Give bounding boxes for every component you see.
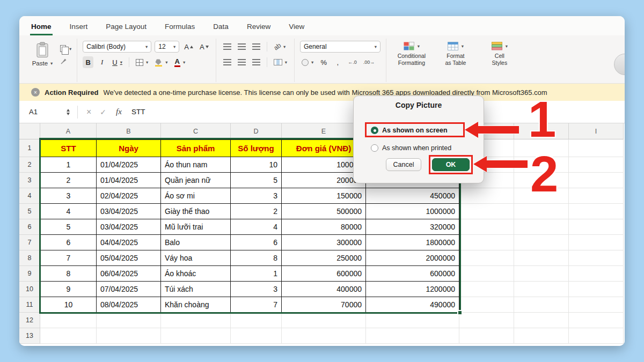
- cell-I6[interactable]: [569, 219, 624, 235]
- cell-I2[interactable]: [569, 157, 624, 173]
- row-header-3[interactable]: 3: [19, 173, 40, 188]
- cell-H13[interactable]: [514, 328, 569, 344]
- tab-page-layout[interactable]: Page Layout: [105, 18, 148, 35]
- underline-button[interactable]: U▾: [111, 56, 124, 68]
- cell-B4[interactable]: 02/04/2025: [97, 188, 161, 204]
- column-header-C[interactable]: C: [161, 123, 231, 139]
- row-header-1[interactable]: 1: [19, 139, 40, 157]
- cell-B11[interactable]: 08/04/2025: [97, 297, 161, 313]
- copy-button[interactable]: ▾: [60, 45, 71, 52]
- tab-review[interactable]: Review: [246, 18, 272, 35]
- row-header-12[interactable]: 12: [19, 313, 40, 328]
- cell-A12[interactable]: [40, 313, 97, 328]
- column-header-B[interactable]: B: [97, 123, 161, 139]
- cell-F5[interactable]: 1000000: [366, 204, 459, 219]
- font-color-button[interactable]: A▾: [173, 56, 187, 68]
- cell-C5[interactable]: Giày thể thao: [161, 204, 231, 219]
- tab-home[interactable]: Home: [30, 18, 53, 35]
- cell-A3[interactable]: 2: [40, 173, 97, 188]
- confirm-entry-icon[interactable]: ✓: [100, 108, 106, 116]
- cell-E10[interactable]: 400000: [282, 282, 366, 297]
- fill-handle[interactable]: [457, 310, 463, 315]
- cell-A8[interactable]: 7: [40, 250, 97, 266]
- cell-F9[interactable]: 600000: [366, 266, 459, 282]
- cell-A10[interactable]: 9: [40, 282, 97, 297]
- bold-button[interactable]: B: [83, 56, 93, 68]
- merge-center-button[interactable]: ▾: [272, 56, 289, 68]
- decrease-decimal-button[interactable]: .00→: [362, 56, 377, 68]
- cell-I11[interactable]: [569, 297, 624, 313]
- cell-B3[interactable]: 01/04/2025: [97, 173, 161, 188]
- format-painter-button[interactable]: [60, 57, 71, 64]
- tab-insert[interactable]: Insert: [69, 18, 89, 35]
- cell-D5[interactable]: 2: [231, 204, 282, 219]
- cell-I5[interactable]: [569, 204, 624, 219]
- cell-C7[interactable]: Balo: [161, 235, 231, 250]
- align-top-button[interactable]: [222, 41, 233, 53]
- decrease-font-size-button[interactable]: A: [198, 41, 210, 53]
- cell-C8[interactable]: Váy hoa: [161, 250, 231, 266]
- cell-E7[interactable]: 300000: [282, 235, 366, 250]
- cell-I7[interactable]: [569, 235, 624, 250]
- cell-D3[interactable]: 5: [231, 173, 282, 188]
- cell-B9[interactable]: 06/04/2025: [97, 266, 161, 282]
- cell-D2[interactable]: 10: [231, 157, 282, 173]
- cell-I9[interactable]: [569, 266, 624, 282]
- cell-C11[interactable]: Khăn choàng: [161, 297, 231, 313]
- cell-F13[interactable]: [366, 328, 459, 344]
- cell-D1[interactable]: Số lượng: [231, 139, 282, 157]
- column-header-D[interactable]: D: [231, 123, 282, 139]
- cell-G9[interactable]: [459, 266, 514, 282]
- cell-B6[interactable]: 03/04/2025: [97, 219, 161, 235]
- cell-E11[interactable]: 70000: [282, 297, 366, 313]
- number-format-select[interactable]: General▾: [300, 41, 380, 53]
- cell-E8[interactable]: 250000: [282, 250, 366, 266]
- cell-F7[interactable]: 1800000: [366, 235, 459, 250]
- cell-G7[interactable]: [459, 235, 514, 250]
- conditional-formatting-button[interactable]: ▾ ConditionalFormatting: [392, 40, 431, 66]
- cell-C4[interactable]: Áo sơ mi: [161, 188, 231, 204]
- cell-D9[interactable]: 1: [231, 266, 282, 282]
- tab-data[interactable]: Data: [212, 18, 230, 35]
- row-header-9[interactable]: 9: [19, 266, 40, 282]
- select-all-corner[interactable]: [19, 123, 40, 139]
- font-name-select[interactable]: Calibri (Body)▾: [83, 41, 151, 53]
- tab-formulas[interactable]: Formulas: [164, 18, 196, 35]
- orientation-button[interactable]: ab▾: [272, 41, 288, 53]
- cell-A9[interactable]: 8: [40, 266, 97, 282]
- cell-H7[interactable]: [514, 235, 569, 250]
- cell-C6[interactable]: Mũ lưỡi trai: [161, 219, 231, 235]
- cell-H12[interactable]: [514, 313, 569, 328]
- cell-H9[interactable]: [514, 266, 569, 282]
- cell-A11[interactable]: 10: [40, 297, 97, 313]
- cell-H6[interactable]: [514, 219, 569, 235]
- percent-style-button[interactable]: %: [318, 56, 329, 68]
- cell-E12[interactable]: [282, 313, 366, 328]
- cell-styles-button[interactable]: ▾ CellStyles: [480, 40, 519, 66]
- cell-G4[interactable]: [459, 188, 514, 204]
- row-header-13[interactable]: 13: [19, 328, 40, 344]
- cell-B10[interactable]: 07/04/2025: [97, 282, 161, 297]
- formula-content[interactable]: STT: [131, 108, 145, 116]
- cell-A6[interactable]: 5: [40, 219, 97, 235]
- cell-B1[interactable]: Ngày: [97, 139, 161, 157]
- cell-D6[interactable]: 4: [231, 219, 282, 235]
- cell-E5[interactable]: 500000: [282, 204, 366, 219]
- cell-B12[interactable]: [97, 313, 161, 328]
- cell-I13[interactable]: [569, 328, 624, 344]
- cell-C3[interactable]: Quần jean nữ: [161, 173, 231, 188]
- row-header-11[interactable]: 11: [19, 297, 40, 313]
- name-box[interactable]: A1: [19, 101, 73, 123]
- cancel-button[interactable]: Cancel: [386, 158, 421, 171]
- cell-G5[interactable]: [459, 204, 514, 219]
- cell-C12[interactable]: [161, 313, 231, 328]
- row-header-6[interactable]: 6: [19, 219, 40, 235]
- borders-button[interactable]: ▾: [134, 56, 150, 68]
- comma-style-button[interactable]: ,: [332, 56, 343, 68]
- column-header-I[interactable]: I: [569, 123, 624, 139]
- cell-C2[interactable]: Áo thun nam: [161, 157, 231, 173]
- cell-F4[interactable]: 450000: [366, 188, 459, 204]
- cell-B5[interactable]: 03/04/2025: [97, 204, 161, 219]
- font-size-select[interactable]: 12▾: [155, 41, 179, 53]
- row-header-8[interactable]: 8: [19, 250, 40, 266]
